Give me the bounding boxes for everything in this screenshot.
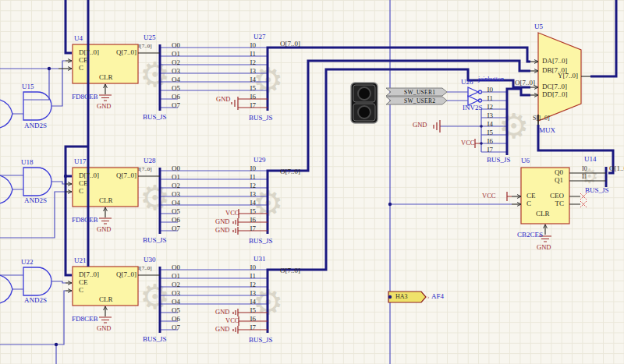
pin-name: I7 (484, 147, 493, 154)
part-type[interactable]: FD8CEB (72, 94, 98, 101)
pin-name: I5 (243, 85, 256, 92)
designator[interactable]: U31 (254, 256, 266, 263)
designator[interactable]: U22 (21, 259, 34, 266)
pin-name: I1 (484, 95, 493, 102)
pin-name: I1 (243, 174, 256, 181)
and-gate-u15[interactable] (23, 92, 51, 120)
part-type[interactable]: BUS_JS (143, 336, 167, 343)
pin-name: DC[7..0] (542, 83, 567, 90)
vcc-label: VCC (461, 140, 474, 147)
part-type[interactable]: BUS_JS (143, 114, 167, 121)
pin-name: I5 (243, 208, 256, 215)
part-type[interactable]: BUS_JS (143, 237, 167, 244)
inverter-u26a[interactable] (468, 87, 478, 97)
pin-name: Q0 (548, 169, 563, 176)
designator[interactable]: U17 (74, 158, 87, 165)
designator[interactable]: U29 (254, 157, 266, 164)
designator[interactable]: U25 (144, 34, 156, 41)
button-cap-icon (358, 106, 370, 118)
port-label[interactable]: SW_USER2 (404, 98, 435, 104)
pin-name: I6 (243, 217, 256, 224)
and-gate-u22[interactable] (23, 267, 51, 295)
schematic-canvas[interactable]: ⚙ ⚙ ⚙ ⚙ ⚙ ⚙ ⚙ ⚙ (0, 0, 624, 364)
fpga-pin-label[interactable]: AF4 (431, 293, 444, 300)
designator[interactable]: U26 (461, 79, 473, 86)
pin-name: I7 (243, 225, 256, 232)
pin-name: O3 (172, 191, 180, 198)
bus-pin-label: I[7..0] (138, 266, 152, 271)
inverter-bubble (479, 90, 482, 94)
pin-name: I0 (243, 264, 256, 271)
net-label[interactable]: O[7..0] (280, 168, 300, 175)
bus-d-row1[interactable] (66, 0, 72, 53)
no-erc-cross-icon (580, 193, 587, 207)
and-gate-u18[interactable] (23, 168, 51, 196)
pin-name: I2 (484, 104, 493, 111)
net-label[interactable]: O[7..0] (280, 267, 300, 274)
pin-name: I4 (243, 200, 256, 207)
net-label[interactable]: O[7..0] (515, 80, 535, 87)
part-type[interactable]: BUS_JS (249, 238, 273, 245)
part-type[interactable]: AND2S (24, 122, 47, 129)
pin-name: Q[7..0] (105, 49, 136, 56)
pin-name: O6 (172, 217, 180, 224)
designator[interactable]: U27 (254, 34, 266, 41)
designator[interactable]: U4 (74, 35, 83, 42)
part-type[interactable]: INV2S (463, 104, 483, 111)
pin-name: I1 (243, 273, 256, 280)
pin-name: CE (79, 279, 88, 286)
bus-mux-y-out[interactable] (590, 0, 616, 76)
pin-name: CLR (99, 197, 113, 204)
part-type[interactable]: CB2CES (517, 231, 543, 239)
pin-name: DD[7..0] (542, 91, 568, 98)
net-label[interactable]: O[7..0] (280, 41, 300, 48)
pin-name: Q1 (548, 177, 563, 184)
part-type[interactable]: MUX (539, 127, 555, 134)
pin-name: O3 (172, 68, 180, 75)
designator[interactable]: U21 (74, 257, 87, 264)
gnd-label: GND (537, 244, 551, 251)
pin-name: O4 (172, 299, 180, 306)
bus-joinbutton-to-dd[interactable] (507, 89, 530, 155)
pin-name: I2 (243, 281, 256, 288)
part-type[interactable]: BUS_JS (487, 157, 511, 164)
part-type[interactable]: AND2S (24, 297, 47, 304)
part-type[interactable]: BUS_JS (585, 187, 609, 194)
part-type[interactable]: AND2S (24, 197, 47, 204)
designator[interactable]: U30 (144, 256, 156, 263)
vcc-label: VCC (482, 193, 495, 200)
net-label[interactable]: O[1..0] (609, 165, 624, 172)
pin-name: I6 (243, 94, 256, 101)
pin-name: O7 (172, 225, 180, 232)
part-type[interactable]: FD8CEB (72, 316, 98, 323)
designator[interactable]: U6 (521, 157, 530, 164)
part-type[interactable]: BUS_JS (249, 337, 273, 344)
pin-name: I5 (484, 129, 493, 136)
designator[interactable]: U5 (534, 23, 543, 30)
designator[interactable]: U18 (21, 159, 34, 166)
designator[interactable]: joinbutton (478, 76, 504, 83)
pin-name: O4 (172, 76, 180, 83)
part-type[interactable]: FD8CEB (72, 217, 98, 224)
pin-name: O2 (172, 281, 180, 288)
partial-gate[interactable] (0, 100, 12, 128)
designator[interactable]: U28 (144, 157, 156, 164)
push-button-image[interactable] (351, 83, 378, 123)
pin-name: Q[7..0] (105, 172, 136, 179)
designator[interactable]: U15 (22, 83, 34, 90)
designator[interactable]: U14 (584, 156, 597, 163)
partial-gate[interactable] (0, 175, 12, 203)
part-type[interactable]: BUS_JS (249, 115, 273, 122)
pin-name: I1 (243, 51, 256, 58)
gnd-label: GND (215, 309, 229, 316)
pin-name: I4 (484, 121, 493, 128)
partial-gate[interactable] (0, 275, 12, 303)
pin-name: CE (79, 57, 88, 64)
pin-name: D[7..0] (79, 49, 99, 56)
port-label[interactable]: HA3 (395, 294, 408, 300)
pin-name: I0 (243, 165, 256, 172)
gnd-label: GND (97, 103, 111, 110)
switch-wires[interactable] (447, 92, 507, 101)
pin-name: D[7..0] (79, 271, 99, 278)
port-label[interactable]: SW_USER1 (404, 90, 435, 96)
